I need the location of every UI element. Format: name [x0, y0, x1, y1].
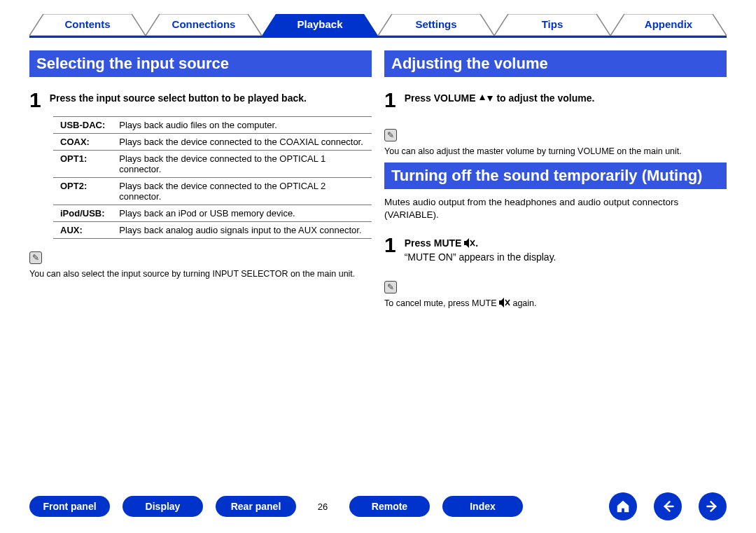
text-fragment: Press VOLUME: [405, 92, 479, 104]
tab-label: Tips: [542, 18, 564, 30]
text-fragment: To cancel mute, press MUTE: [384, 298, 499, 308]
text-fragment: to adjust the volume.: [496, 92, 594, 104]
step-number: 1: [384, 90, 396, 111]
section-heading-muting: Turning off the sound temporarily (Mutin…: [384, 162, 727, 189]
svg-marker-6: [479, 95, 485, 100]
volume-up-down-icon: [479, 93, 494, 103]
tip-text: You can also adjust the master volume by…: [384, 146, 727, 157]
table-row: iPod/USB:Plays back an iPod or USB memor…: [53, 205, 372, 222]
tab-label: Contents: [65, 18, 111, 30]
text-fragment: Press MUTE: [405, 237, 465, 249]
tip-text: You can also select the input source by …: [29, 268, 372, 279]
footer-link-display[interactable]: Display: [122, 496, 203, 517]
source-desc: Plays back the device connected to the O…: [112, 178, 372, 205]
next-page-button[interactable]: [699, 492, 727, 520]
footer-bar: Front panel Display Rear panel 26 Remote…: [29, 492, 727, 520]
source-name: OPT1:: [53, 151, 112, 178]
input-source-table: USB-DAC:Plays back audio files on the co…: [53, 116, 372, 239]
tab-contents[interactable]: Contents: [29, 14, 146, 36]
step-text: Press MUTE . “MUTE ON” appears in the di…: [405, 235, 556, 263]
section-heading-input-source: Selecting the input source: [29, 50, 372, 77]
table-row: USB-DAC:Plays back audio files on the co…: [53, 117, 372, 134]
svg-marker-8: [464, 238, 469, 248]
table-row: OPT1:Plays back the device connected to …: [53, 151, 372, 178]
step-subtext: “MUTE ON” appears in the display.: [405, 251, 556, 263]
mute-icon: [464, 238, 475, 248]
table-row: AUX:Plays back analog audio signals inpu…: [53, 222, 372, 239]
svg-marker-11: [499, 298, 504, 307]
text-fragment: again.: [512, 298, 536, 308]
tab-label: Settings: [415, 18, 456, 30]
mute-intro-text: Mutes audio output from the headphones a…: [384, 196, 727, 221]
svg-marker-7: [487, 96, 493, 102]
tab-playback[interactable]: Playback: [262, 14, 378, 36]
note-icon: ✎: [384, 129, 397, 141]
source-desc: Plays back analog audio signals input to…: [112, 222, 372, 239]
source-desc: Plays back the device connected to the C…: [112, 134, 372, 151]
footer-link-front-panel[interactable]: Front panel: [29, 496, 110, 517]
step-number: 1: [29, 90, 41, 111]
tab-connections[interactable]: Connections: [146, 14, 262, 36]
tab-tips[interactable]: Tips: [494, 14, 610, 36]
footer-link-remote[interactable]: Remote: [349, 496, 430, 517]
tab-settings[interactable]: Settings: [378, 14, 494, 36]
source-desc: Plays back audio files on the computer.: [112, 117, 372, 134]
table-row: OPT2:Plays back the device connected to …: [53, 178, 372, 205]
source-name: USB-DAC:: [53, 117, 112, 134]
source-desc: Plays back the device connected to the O…: [112, 151, 372, 178]
table-row: COAX:Plays back the device connected to …: [53, 134, 372, 151]
tab-label: Appendix: [645, 18, 692, 30]
source-name: iPod/USB:: [53, 205, 112, 222]
prev-page-button[interactable]: [654, 492, 682, 520]
step-text: Press the input source select button to …: [50, 90, 307, 104]
footer-link-rear-panel[interactable]: Rear panel: [216, 496, 296, 517]
mute-icon: [499, 298, 510, 307]
right-column: Adjusting the volume 1 Press VOLUME to a…: [384, 45, 727, 309]
footer-link-index[interactable]: Index: [442, 496, 523, 517]
source-name: AUX:: [53, 222, 112, 239]
note-icon: ✎: [29, 251, 42, 264]
tip-text: To cancel mute, press MUTE again.: [384, 298, 727, 309]
section-heading-volume: Adjusting the volume: [384, 50, 727, 77]
tab-label: Playback: [297, 18, 342, 30]
source-desc: Plays back an iPod or USB memory device.: [112, 205, 372, 222]
top-nav: ContentsConnectionsPlaybackSettingsTipsA…: [29, 14, 727, 38]
home-button[interactable]: [609, 492, 637, 520]
tab-label: Connections: [172, 18, 236, 30]
left-column: Selecting the input source 1 Press the i…: [29, 45, 372, 309]
note-icon: ✎: [384, 281, 397, 293]
source-name: OPT2:: [53, 178, 112, 205]
source-name: COAX:: [53, 134, 112, 151]
page-number: 26: [309, 501, 337, 512]
tab-appendix[interactable]: Appendix: [610, 14, 727, 36]
step-text: Press VOLUME to adjust the volume.: [405, 90, 595, 104]
step-number: 1: [384, 235, 396, 256]
